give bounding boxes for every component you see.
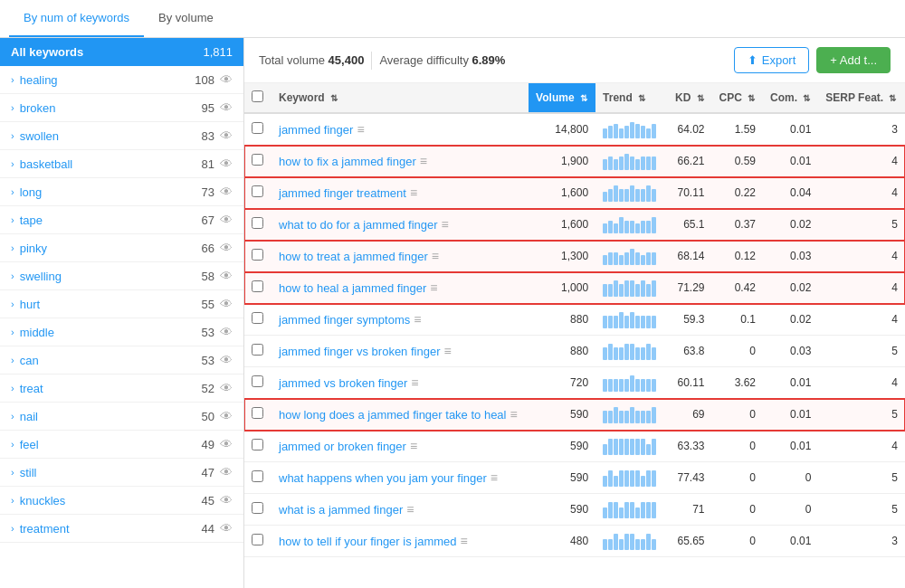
eye-icon[interactable]: 👁 [220,353,233,367]
sidebar-item-broken[interactable]: › broken 95 👁 [0,94,243,122]
menu-icon[interactable]: ≡ [491,470,498,485]
keyword-cell: how to tell if your finger is jammed≡ [272,526,529,557]
header-col-cpc[interactable]: CPC ⇅ [711,83,763,113]
sidebar-item-tape[interactable]: › tape 67 👁 [0,206,243,234]
keyword-link[interactable]: jammed finger treatment [279,186,406,200]
menu-icon[interactable]: ≡ [414,312,421,327]
row-checkbox[interactable] [252,185,263,197]
eye-icon[interactable]: 👁 [220,521,233,536]
cpc-cell: 0 [711,494,763,526]
menu-icon[interactable]: ≡ [357,122,364,137]
keyword-link[interactable]: how to tell if your finger is jammed [279,535,457,548]
sidebar-item-long[interactable]: › long 73 👁 [0,178,243,206]
export-button[interactable]: ⬆ Export [734,47,810,73]
sidebar-item-swelling[interactable]: › swelling 58 👁 [0,262,243,290]
com-cell: 0.04 [763,177,818,209]
row-checkbox[interactable] [252,249,263,261]
eye-icon[interactable]: 👁 [220,213,233,227]
keyword-link[interactable]: jammed finger symptoms [279,313,410,327]
eye-icon[interactable]: 👁 [220,381,233,395]
row-checkbox[interactable] [252,407,263,419]
keyword-link[interactable]: jammed or broken finger [279,440,406,453]
trend-bar-segment [646,221,651,233]
select-all-checkbox[interactable] [252,90,263,102]
eye-icon[interactable]: 👁 [220,269,233,283]
sidebar-item-hurt[interactable]: › hurt 55 👁 [0,290,243,318]
sidebar-item-pinky[interactable]: › pinky 66 👁 [0,234,243,262]
header-col-serp[interactable]: SERP Feat. ⇅ [818,83,905,113]
row-checkbox[interactable] [252,470,263,482]
sidebar-item-treat[interactable]: › treat 52 👁 [0,375,243,403]
eye-icon[interactable]: 👁 [220,185,233,199]
keyword-link[interactable]: how to treat a jammed finger [279,250,428,263]
row-checkbox[interactable] [252,280,263,292]
menu-icon[interactable]: ≡ [420,154,427,168]
eye-icon[interactable]: 👁 [220,100,233,115]
eye-icon[interactable]: 👁 [220,325,233,339]
sidebar-item-treatment[interactable]: › treatment 44 👁 [0,515,243,543]
trend-bar-segment [614,124,618,138]
eye-icon[interactable]: 👁 [220,465,233,479]
eye-icon[interactable]: 👁 [220,437,233,451]
sidebar-all-keywords[interactable]: All keywords 1,811 [0,38,243,66]
keyword-link[interactable]: how to fix a jammed finger [279,155,416,168]
menu-icon[interactable]: ≡ [430,280,437,295]
sidebar-item-middle[interactable]: › middle 53 👁 [0,318,243,346]
menu-icon[interactable]: ≡ [510,407,518,422]
eye-icon[interactable]: 👁 [220,128,233,143]
header-col-keyword[interactable]: Keyword ⇅ [272,83,529,113]
eye-icon[interactable]: 👁 [220,241,233,255]
keyword-link[interactable]: how to heal a jammed finger [279,281,426,295]
sidebar-item-nail[interactable]: › nail 50 👁 [0,403,243,431]
keyword-link[interactable]: what happens when you jam your finger [279,471,487,485]
row-checkbox-cell [244,399,272,431]
add-button[interactable]: + Add t... [816,47,891,73]
keyword-link[interactable]: jammed vs broken finger [279,376,407,390]
eye-icon[interactable]: 👁 [220,72,233,87]
row-checkbox[interactable] [252,217,263,229]
eye-icon[interactable]: 👁 [220,156,233,171]
kd-cell: 68.14 [668,241,711,272]
header-col-com[interactable]: Com. ⇅ [763,83,818,113]
menu-icon[interactable]: ≡ [443,344,451,358]
menu-icon[interactable]: ≡ [442,217,449,232]
row-checkbox[interactable] [252,375,263,387]
menu-icon[interactable]: ≡ [410,439,417,453]
menu-icon[interactable]: ≡ [461,534,468,548]
menu-icon[interactable]: ≡ [432,249,439,263]
row-checkbox[interactable] [252,439,263,450]
trend-bar-segment [641,476,645,487]
kd-cell: 69 [668,399,711,431]
sidebar-item-can[interactable]: › can 53 👁 [0,346,243,375]
sidebar-item-knuckles[interactable]: › knuckles 45 👁 [0,487,243,515]
keyword-link[interactable]: what to do for a jammed finger [279,218,438,232]
eye-icon[interactable]: 👁 [220,297,233,311]
row-checkbox[interactable] [252,502,263,514]
row-checkbox[interactable] [252,312,263,324]
table-body: jammed finger≡14,80064.021.590.013how to… [244,113,905,557]
sidebar-item-feel[interactable]: › feel 49 👁 [0,431,243,459]
row-checkbox[interactable] [252,154,263,166]
menu-icon[interactable]: ≡ [411,375,418,390]
eye-icon[interactable]: 👁 [220,409,233,423]
header-col-trend[interactable]: Trend ⇅ [595,83,668,113]
row-checkbox-cell [244,113,272,146]
row-checkbox[interactable] [252,534,263,545]
sidebar-item-swollen[interactable]: › swollen 83 👁 [0,122,243,150]
sidebar-item-healing[interactable]: › healing 108 👁 [0,66,243,94]
header-col-kd[interactable]: KD ⇅ [668,83,711,113]
sidebar-item-still[interactable]: › still 47 👁 [0,459,243,487]
keyword-link[interactable]: jammed finger [279,123,353,137]
keyword-link[interactable]: what is a jammed finger [279,503,403,517]
tab-by-num-keywords[interactable]: By num of keywords [9,0,144,37]
keyword-link[interactable]: jammed finger vs broken finger [279,345,440,358]
menu-icon[interactable]: ≡ [406,502,414,517]
keyword-link[interactable]: how long does a jammed finger take to he… [279,408,507,422]
tab-by-volume[interactable]: By volume [144,0,228,37]
row-checkbox[interactable] [252,344,263,356]
menu-icon[interactable]: ≡ [410,185,417,200]
row-checkbox[interactable] [252,122,263,134]
header-col-volume[interactable]: Volume ⇅ [529,83,595,113]
eye-icon[interactable]: 👁 [220,493,233,507]
sidebar-item-basketball[interactable]: › basketball 81 👁 [0,150,243,178]
